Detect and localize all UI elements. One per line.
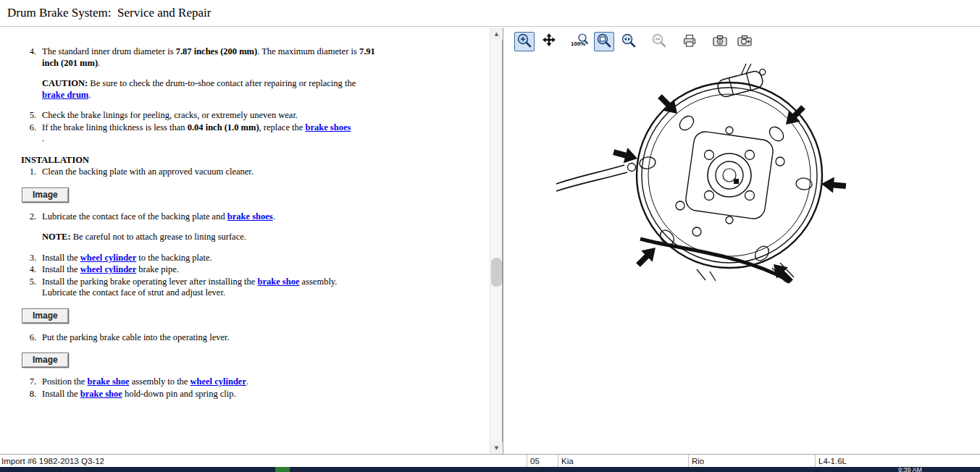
camera-export-button[interactable] [734, 32, 755, 51]
doc-text: . [42, 133, 44, 143]
brake-diagram-image[interactable] [555, 64, 859, 313]
doc-text: Be careful not to attach grease to linin… [71, 232, 246, 242]
scrollbar-thumb[interactable] [491, 258, 502, 287]
list-item: 4. The standard inner drum diameter is 7… [21, 46, 479, 69]
doc-text: 0.04 inch (1.0 mm) [188, 122, 259, 132]
doc-text: . The maximum diameter is [257, 46, 359, 56]
doc-link[interactable]: wheel cylinder [80, 253, 136, 263]
zoom-100-button[interactable]: 100% [569, 32, 590, 51]
zoom-out-icon [651, 33, 667, 51]
doc-text: If the brake lining thickness is less th… [42, 122, 188, 132]
status-make: Kia [558, 455, 688, 467]
doc-link[interactable]: brake drum [42, 90, 88, 100]
doc-text: Check the brake linings for peeling, cra… [42, 110, 298, 120]
brake-diagram-svg [555, 64, 859, 313]
doc-link[interactable]: wheel cylinder [80, 264, 136, 274]
zoom-100-icon: 100% [570, 33, 589, 51]
list-text: The standard inner drum diameter is 7.87… [42, 46, 377, 69]
fit-window-icon [596, 33, 612, 51]
doc-text: , replace the [259, 122, 306, 132]
status-code: 05 [527, 455, 558, 467]
list-text: If the brake lining thickness is less th… [42, 122, 351, 145]
list-number: 7. [21, 376, 36, 388]
image-button[interactable]: Image [22, 308, 69, 324]
doc-text: NOTE: [42, 232, 71, 242]
doc-text: Install the [42, 389, 80, 399]
doc-link[interactable]: wheel cylinder [190, 376, 246, 387]
doc-text: Clean the backing plate with an approved… [42, 167, 254, 177]
zoom-in-icon [516, 33, 532, 51]
taskbar-clock: 9:39 AM [898, 467, 922, 472]
doc-text: . [98, 58, 100, 68]
list-number: 3. [21, 253, 36, 264]
image-toolbar: 100% [504, 28, 980, 55]
doc-text: Install the parking brake operating leve… [42, 277, 257, 287]
status-bar: Import #6 1982-2013 Q3-12 05 Kia Rio L4-… [0, 454, 980, 467]
document-panel: 4. The standard inner drum diameter is 7… [0, 28, 490, 454]
doc-link[interactable]: brake shoe [88, 376, 130, 387]
list-item: 5. Check the brake linings for peeling, … [21, 110, 479, 122]
list-number: 2. [21, 211, 36, 223]
status-model: Rio [688, 455, 815, 467]
zoom-in-button[interactable] [514, 32, 535, 51]
status-engine: L4-1.6L [815, 455, 980, 467]
doc-link[interactable]: brake shoe [257, 277, 299, 287]
doc-text: assembly to the [130, 376, 190, 387]
print-button[interactable] [679, 32, 700, 51]
doc-text: . [246, 376, 248, 387]
scroll-up-icon: ▲ [495, 31, 498, 37]
page-title-bar: Drum Brake System: Service and Repair [0, 0, 980, 27]
note-paragraph: NOTE: Be careful not to attach grease to… [42, 232, 377, 243]
doc-link[interactable]: brake shoes [227, 211, 273, 222]
scroll-down-icon: ▼ [495, 445, 498, 451]
list-number: 1. [21, 167, 36, 178]
doc-text: to the backing plate. [136, 253, 212, 263]
image-button[interactable]: Image [22, 187, 69, 203]
list-number: 4. [21, 264, 36, 276]
document-scrollbar[interactable]: ▲ ▼ [490, 28, 502, 454]
list-text: Position the brake shoe assembly to the … [42, 376, 248, 388]
camera-button[interactable] [710, 32, 730, 51]
doc-text: Install the [42, 264, 80, 274]
list-number: 4. [21, 46, 36, 69]
doc-text: Lubricate the contact face of the backin… [42, 211, 227, 222]
main-split: 4. The standard inner drum diameter is 7… [0, 28, 980, 454]
zoom-out-button[interactable] [649, 32, 669, 51]
doc-text: Put the parking brake cable into the ope… [42, 332, 230, 342]
doc-text: Install the [42, 253, 80, 263]
list-item: 3. Install the wheel cylinder to the bac… [21, 253, 479, 264]
list-item: 1. Clean the backing plate with an appro… [21, 167, 479, 178]
doc-text: Be sure to check the drum-to-shoe contac… [88, 78, 356, 88]
list-number: 5. [21, 110, 36, 122]
list-text: Install the wheel cylinder brake pipe. [42, 264, 179, 276]
os-taskbar[interactable]: 9:39 AM [0, 467, 980, 472]
print-icon [682, 33, 698, 51]
scroll-down-button[interactable]: ▼ [490, 442, 503, 454]
caution-paragraph: CAUTION: Be sure to check the drum-to-sh… [42, 78, 377, 101]
list-item: 6. Put the parking brake cable into the … [21, 332, 479, 344]
list-number: 5. [21, 277, 36, 299]
list-text: Clean the backing plate with an approved… [42, 167, 254, 178]
scroll-up-button[interactable]: ▲ [490, 28, 503, 40]
list-text: Put the parking brake cable into the ope… [42, 332, 230, 344]
taskbar-accent [275, 467, 290, 472]
list-text: Install the parking brake operating leve… [42, 277, 337, 299]
doc-text: assembly. [299, 277, 337, 287]
camera-export-icon [736, 33, 753, 51]
zoom-dynamic-button[interactable] [619, 32, 639, 51]
list-item: 8. Install the brake shoe hold-down pin … [21, 389, 479, 400]
doc-text: Position the [42, 376, 88, 387]
zoom-dynamic-icon [621, 33, 637, 51]
doc-link[interactable]: brake shoe [80, 389, 122, 399]
list-item: 4. Install the wheel cylinder brake pipe… [21, 264, 479, 276]
doc-link[interactable]: brake shoes [305, 122, 351, 132]
doc-text: . [273, 211, 275, 222]
list-number: 6. [21, 122, 36, 145]
list-item: 5. Install the parking brake operating l… [21, 277, 479, 299]
doc-text: brake pipe. [136, 264, 179, 274]
pan-button[interactable] [539, 32, 559, 51]
image-button[interactable]: Image [22, 353, 69, 368]
list-number: 6. [21, 332, 36, 344]
fit-window-button[interactable] [594, 32, 614, 51]
doc-text: CAUTION: [42, 78, 88, 88]
